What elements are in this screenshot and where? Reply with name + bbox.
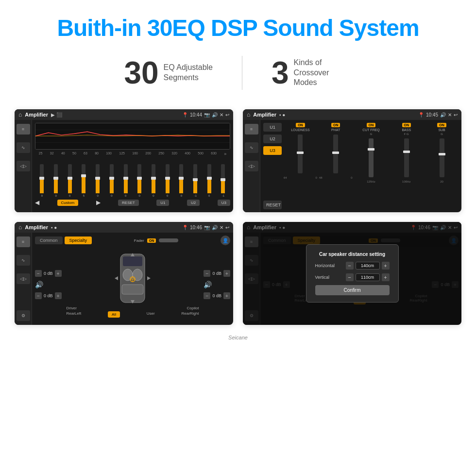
page-title: Buith-in 30EQ DSP Sound System <box>10 15 466 41</box>
screen2-vol-btn[interactable]: ◁▷ <box>245 161 258 171</box>
confirm-button[interactable]: Confirm <box>315 285 390 295</box>
screen1-sidebar: ≡ ∿ ◁▷ <box>15 120 32 212</box>
screen3-wave-btn[interactable]: ∿ <box>17 255 30 266</box>
screenshots-grid: ⌂ Amplifier ▶ ⬛ 📍 10:44 📷 🔊 ✕ ↩ ≡ ∿ ◁▷ <box>0 104 476 335</box>
eq-custom-btn[interactable]: Custom <box>57 200 79 206</box>
eq-slider-1: 0 <box>54 164 58 197</box>
screen1-vol-icon: 🔊 <box>212 112 218 118</box>
sidebar-vol-btn[interactable]: ◁▷ <box>17 161 30 171</box>
ch-bass-slider[interactable] <box>404 138 409 177</box>
preset-u2[interactable]: U2 <box>263 135 282 143</box>
eq-slider-0: 0 <box>40 164 44 197</box>
db-right-bot-plus[interactable]: + <box>223 292 230 299</box>
label-user[interactable]: User <box>147 311 155 318</box>
eq-slider-5: 0 <box>110 164 114 197</box>
stat-eq-label: EQ AdjustableSegments <box>164 63 213 83</box>
ch-phat-on[interactable]: ON <box>331 123 340 127</box>
modal-title: Car speaker distance setting <box>315 252 390 257</box>
speaker-icons-right: 🔊 <box>204 281 230 288</box>
home-icon[interactable]: ⌂ <box>18 111 22 118</box>
watermark-text: Seicane <box>228 335 248 340</box>
db-right-top-minus[interactable]: − <box>204 270 210 277</box>
fader-on-badge[interactable]: ON <box>147 238 156 243</box>
ch-cutfreq-on[interactable]: ON <box>367 123 376 127</box>
db-right-top-plus[interactable]: + <box>223 270 230 277</box>
ch-sub-on[interactable]: ON <box>437 123 446 127</box>
eq-u2-btn[interactable]: U2 <box>187 200 200 206</box>
ch-bass-on[interactable]: ON <box>402 123 411 127</box>
screen2-home-icon[interactable]: ⌂ <box>247 111 250 118</box>
modal-v-plus[interactable]: + <box>382 273 390 281</box>
ch-cutfreq-slider[interactable] <box>369 138 374 177</box>
db-left-bot-minus[interactable]: − <box>35 292 42 299</box>
db-right-bot: − 0 dB + <box>204 292 230 299</box>
screen3-back-icon[interactable]: ↩ <box>225 225 229 230</box>
modal-v-value[interactable]: 110cm <box>356 273 380 281</box>
ch-loudness-on[interactable]: ON <box>296 123 305 127</box>
screen3-bt-btn[interactable]: ⚙ <box>17 310 30 321</box>
db-left-top-minus[interactable]: − <box>35 270 42 277</box>
modal-h-label: Horizontal <box>315 263 342 268</box>
eq-slider-12: 0 <box>207 164 211 197</box>
eq-prev-btn[interactable]: ◀ <box>35 199 39 206</box>
sidebar-eq-btn[interactable]: ≡ <box>17 124 30 135</box>
screen2-x-icon: ✕ <box>448 112 452 118</box>
preset-u3[interactable]: U3 <box>263 146 282 155</box>
eq-freq-labels: 25 32 40 50 63 80 100 125 160 200 250 32… <box>35 152 230 156</box>
eq-next-btn[interactable]: ▶ <box>96 199 101 206</box>
eq-slider-4: 0 <box>96 164 100 197</box>
preset-col: U1 U2 U3 RESET <box>263 123 282 209</box>
person-icon: 👤 <box>221 236 230 245</box>
screen-specialty: ⌂ Amplifier ▪ ● 📍 10:46 📷 🔊 ✕ ↩ ≡ ∿ ◁▷ ⚙ <box>15 222 233 325</box>
screen1-time: 10:44 <box>190 112 202 118</box>
db-left-bot-plus[interactable]: + <box>55 292 62 299</box>
svg-rect-8 <box>122 285 143 294</box>
sidebar-wave-btn[interactable]: ∿ <box>17 142 30 153</box>
preset-u1[interactable]: U1 <box>263 123 282 132</box>
eq-u3-btn[interactable]: U3 <box>218 200 230 206</box>
screen2-app: Amplifier <box>253 112 276 118</box>
eq-slider-13: -1 <box>221 164 225 197</box>
screen3-home-icon[interactable]: ⌂ <box>18 224 22 231</box>
screen2-eq-btn[interactable]: ≡ <box>245 124 258 135</box>
db-right-bot-minus[interactable]: − <box>204 292 210 299</box>
fader-slider[interactable] <box>159 238 178 242</box>
modal-h-plus[interactable]: + <box>382 262 390 270</box>
ch-sub-slider[interactable] <box>440 138 444 177</box>
screen2-back-icon[interactable]: ↩ <box>454 112 458 118</box>
eq-bottom-bar: ◀ Custom ▶ RESET U1 U2 U3 <box>35 199 230 206</box>
btn-all[interactable]: All <box>108 311 120 318</box>
modal-horizontal-row: Horizontal − 140cm + <box>315 262 390 270</box>
screen3-vol-btn[interactable]: ◁▷ <box>17 273 30 284</box>
screen3-eq-btn[interactable]: ≡ <box>17 236 30 247</box>
db-left-top-plus[interactable]: + <box>55 270 62 277</box>
screen-crossover: ⌂ Amplifier ▪ ● 📍 10:45 🔊 ✕ ↩ ≡ ∿ ◁▷ U <box>243 109 461 212</box>
bottom-btns-row: RearLeft All User RearRight <box>65 311 201 318</box>
screen3-x-icon: ✕ <box>220 225 223 230</box>
db-left-top-val: 0 dB <box>44 271 53 276</box>
screen3-app: Amplifier <box>25 224 48 230</box>
modal-h-value[interactable]: 140cm <box>356 262 380 270</box>
db-right-top: − 0 dB + <box>204 270 230 277</box>
tab-common[interactable]: Common <box>35 236 63 244</box>
screen3-vol-icon: 🔊 <box>212 225 218 230</box>
car-diagram-col: Driver Copilot RearLeft All User RearRig… <box>65 252 201 318</box>
eq-chart <box>35 123 230 150</box>
screen3-location-icon: 📍 <box>182 225 188 230</box>
screen1-back-icon[interactable]: ↩ <box>225 112 229 118</box>
screen3-body: ≡ ∿ ◁▷ ⚙ Common Specialty Fader ON 👤 <box>15 233 233 325</box>
ch-phat-slider[interactable] <box>333 135 338 173</box>
ch-loudness-slider[interactable] <box>298 135 303 173</box>
screen1-cam-icon: 📷 <box>204 112 210 118</box>
modal-h-minus[interactable]: − <box>346 262 354 270</box>
specialty-content: Common Specialty Fader ON 👤 − <box>32 233 233 325</box>
eq-reset-btn[interactable]: RESET <box>118 200 139 206</box>
screen1-content: 25 32 40 50 63 80 100 125 160 200 250 32… <box>32 120 233 212</box>
preset-reset[interactable]: RESET <box>263 201 282 209</box>
modal-v-minus[interactable]: − <box>346 273 354 281</box>
screen-specialty-modal: ⌂ Amplifier ▪ ● 📍 10:46 📷 🔊 ✕ ↩ ≡ ∿ ◁▷ ⚙ <box>243 222 461 325</box>
fader-label: Fader <box>134 238 144 243</box>
eq-u1-btn[interactable]: U1 <box>156 200 169 206</box>
screen2-wave-btn[interactable]: ∿ <box>245 142 258 153</box>
tab-specialty[interactable]: Specialty <box>65 236 92 244</box>
